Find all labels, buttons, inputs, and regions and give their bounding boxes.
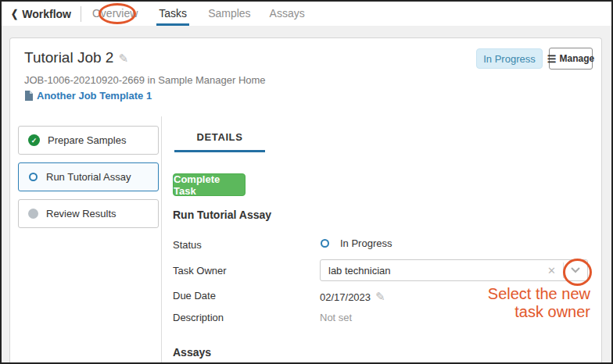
assays-section-heading: Assays bbox=[173, 346, 211, 359]
task-item-label: Run Tutorial Assay bbox=[46, 171, 131, 183]
status-field-value: In Progress bbox=[320, 237, 392, 249]
due-date-value-text: 02/17/2023 bbox=[320, 291, 371, 303]
edit-due-date-icon[interactable]: ✎ bbox=[375, 290, 385, 303]
back-link-label: Workflow bbox=[22, 8, 71, 20]
task-item-prepare-samples[interactable]: ✓ Prepare Samples bbox=[18, 126, 159, 155]
tab-assays[interactable]: Assays bbox=[270, 2, 305, 26]
nav-divider bbox=[81, 6, 81, 22]
status-badge: In Progress bbox=[476, 48, 543, 69]
tab-overview[interactable]: Overview bbox=[92, 2, 138, 26]
task-section-title: Run Tutorial Assay bbox=[173, 209, 271, 221]
manage-button-label: Manage bbox=[559, 53, 594, 64]
manage-button[interactable]: ☰ Manage bbox=[549, 48, 593, 70]
task-item-label: Prepare Samples bbox=[48, 134, 126, 146]
job-template-link-label: Another Job Template 1 bbox=[37, 90, 152, 102]
complete-task-button[interactable]: Complete Task bbox=[173, 173, 246, 196]
due-date-field-value: 02/17/2023✎ bbox=[320, 290, 385, 304]
task-item-review-results[interactable]: Review Results bbox=[18, 199, 159, 228]
annotation-line-1: Select the new bbox=[418, 285, 590, 303]
description-field-label: Description bbox=[173, 312, 224, 323]
description-field-value: Not set bbox=[320, 312, 352, 323]
due-date-field-label: Due Date bbox=[173, 290, 216, 302]
task-item-label: Review Results bbox=[46, 208, 117, 219]
job-title-text: Tutorial Job 2 bbox=[24, 49, 113, 66]
chevron-left-icon: ❮ bbox=[11, 8, 18, 20]
back-link-workflow[interactable]: ❮ Workflow bbox=[11, 8, 71, 20]
task-item-run-tutorial-assay[interactable]: Run Tutorial Assay bbox=[18, 162, 159, 191]
clear-icon[interactable]: ✕ bbox=[540, 265, 563, 277]
in-progress-circle-icon bbox=[29, 173, 38, 181]
task-owner-input[interactable] bbox=[321, 265, 540, 277]
chevron-down-icon[interactable] bbox=[564, 267, 587, 273]
task-owner-combobox: ✕ bbox=[320, 259, 588, 281]
annotation-text: Select the new task owner bbox=[418, 285, 590, 321]
pending-circle-icon bbox=[28, 209, 38, 219]
tab-samples[interactable]: Samples bbox=[208, 2, 250, 26]
task-owner-field-label: Task Owner bbox=[173, 265, 227, 277]
status-in-progress-icon bbox=[321, 239, 329, 248]
edit-title-icon[interactable]: ✎ bbox=[118, 52, 128, 65]
check-circle-icon: ✓ bbox=[28, 134, 40, 146]
panel-divider bbox=[161, 116, 162, 362]
tab-tasks[interactable]: Tasks bbox=[156, 2, 189, 26]
top-nav: ❮ Workflow Overview Tasks Samples Assays bbox=[2, 2, 611, 26]
page-title: Tutorial Job 2✎ bbox=[24, 49, 128, 66]
status-value-text: In Progress bbox=[340, 237, 392, 249]
job-id-subtitle: JOB-1006-20210920-2669 in Sample Manager… bbox=[24, 74, 266, 86]
job-template-link[interactable]: Another Job Template 1 bbox=[24, 90, 152, 102]
menu-icon: ☰ bbox=[547, 54, 557, 64]
tab-details[interactable]: DETAILS bbox=[174, 127, 265, 152]
annotation-line-2: task owner bbox=[418, 303, 590, 321]
status-field-label: Status bbox=[173, 239, 202, 251]
document-icon bbox=[24, 91, 33, 101]
app-window: ❮ Workflow Overview Tasks Samples Assays… bbox=[0, 0, 613, 364]
